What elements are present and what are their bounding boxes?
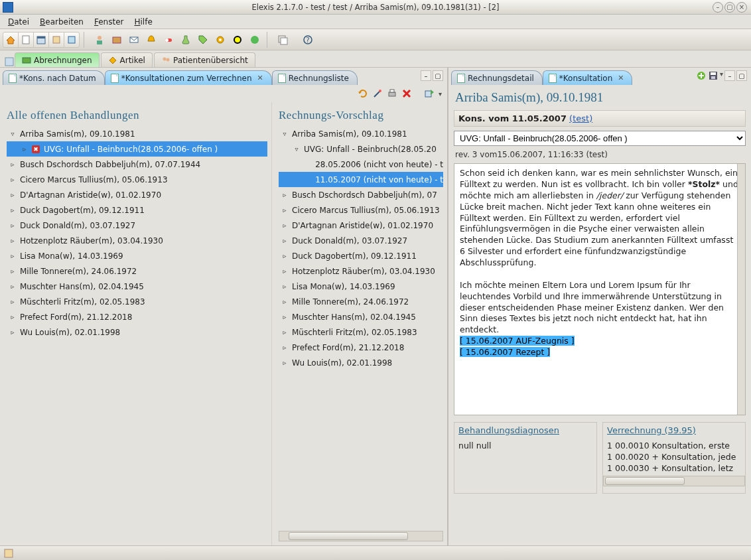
tab-close-icon[interactable]: ✕ — [618, 74, 624, 82]
tree-row[interactable]: ▹Prefect Ford(m), 21.12.2018 — [7, 309, 267, 324]
twisty-icon[interactable]: ▹ — [281, 313, 288, 320]
kons-text[interactable]: Schon seid ich denken kann, war es mein … — [454, 163, 746, 415]
tree-row[interactable]: ▹Mille Tonnere(m), 24.06.1972 — [7, 263, 267, 279]
close-icon[interactable]: × — [736, 2, 747, 13]
doc-icon[interactable] — [18, 32, 34, 48]
twisty-icon[interactable]: ▹ — [9, 298, 16, 305]
bell-icon[interactable] — [143, 32, 159, 48]
twisty-icon[interactable]: ▿ — [9, 130, 16, 137]
tree-row[interactable]: ▹Busch Dschordsch Dabbeljuh(m), 07 — [279, 187, 443, 202]
tree-row[interactable]: ▿Arriba Samis(m), 09.10.1981 — [279, 126, 443, 141]
scrollbar-vertical[interactable] — [737, 164, 745, 415]
green-icon[interactable] — [247, 32, 263, 48]
twisty-icon[interactable]: ▹ — [9, 222, 16, 229]
attachment-auf-zeugnis[interactable]: [ 15.06.2007 AUF-Zeugnis ] — [460, 336, 575, 346]
add-icon[interactable] — [696, 70, 707, 81]
menu-fenster[interactable]: Fenster — [90, 16, 128, 28]
maximize-view-icon[interactable]: ▢ — [433, 70, 443, 81]
tree-rechnungs-vorschlag[interactable]: ▿Arriba Samis(m), 09.10.1981▿UVG: Unfall… — [279, 126, 443, 528]
twisty-icon[interactable]: ▹ — [9, 206, 16, 214]
twisty-icon[interactable]: ▹ — [281, 191, 288, 198]
tree-row[interactable]: ▿Arriba Samis(m), 09.10.1981 — [7, 126, 267, 141]
twisty-icon[interactable]: ▹ — [281, 298, 288, 305]
tree-row[interactable]: ▹Müschterli Fritz(m), 02.05.1983 — [7, 294, 267, 309]
tree-row[interactable]: 28.05.2006 (nicht von heute) - t — [279, 157, 443, 172]
home-icon[interactable] — [3, 32, 19, 48]
tree-row[interactable]: ▹Duck Donald(m), 03.07.1927 — [279, 233, 443, 248]
person-icon[interactable] — [92, 32, 107, 48]
tag-icon[interactable] — [195, 32, 211, 48]
twisty-icon[interactable]: ▹ — [9, 313, 16, 320]
tree-row[interactable]: ▹Mille Tonnere(m), 24.06.1972 — [279, 294, 443, 309]
twisty-icon[interactable]: ▹ — [281, 344, 288, 351]
verrechnung-item[interactable]: 1 00.0020 + Konsultation, jede — [607, 452, 741, 462]
tab-rechnungsdetail[interactable]: Rechnungsdetail — [451, 70, 543, 85]
fall-select[interactable]: UVG: Unfall - Beinbruch(28.05.2006- offe… — [454, 131, 746, 146]
minimize-view-icon[interactable]: – — [724, 70, 735, 81]
tree-row[interactable]: ▹Wu Louis(m), 02.01.1998 — [7, 324, 267, 340]
mail-icon[interactable] — [126, 32, 142, 48]
tree-row[interactable]: ▹Duck Donald(m), 03.07.1927 — [7, 218, 267, 233]
twisty-icon[interactable]: ▹ — [9, 267, 16, 275]
diagnosen-header[interactable]: Behandlungsdiagnosen — [454, 423, 596, 438]
twisty-icon[interactable]: ▹ — [9, 176, 16, 183]
twisty-icon[interactable]: ▹ — [9, 191, 16, 198]
tree-row[interactable]: ▹Wu Louis(m), 02.01.1998 — [279, 355, 443, 370]
export-icon[interactable] — [424, 88, 435, 99]
help-icon[interactable]: ? — [300, 32, 316, 48]
minimize-icon[interactable]: – — [713, 2, 723, 13]
tree-row[interactable]: ▹Lisa Mona(w), 14.03.1969 — [7, 248, 267, 263]
status-icon[interactable] — [4, 549, 13, 558]
tree-row[interactable]: ▹✖UVG: Unfall - Beinbruch(28.05.2006- of… — [7, 141, 267, 157]
verrechnung-header[interactable]: Verrechnung (39.95) — [603, 423, 745, 438]
twisty-icon[interactable]: ▹ — [281, 222, 288, 229]
tab-kons-datum[interactable]: *Kons. nach Datum — [3, 70, 105, 85]
maximize-view-icon[interactable]: ▢ — [736, 70, 747, 81]
perspective-tab-patienten[interactable]: Patientenübersicht — [154, 52, 255, 67]
tree-row[interactable]: 11.05.2007 (nicht von heute) - t — [279, 172, 443, 187]
list-icon[interactable] — [64, 32, 80, 48]
attachment-rezept[interactable]: [ 15.06.2007 Rezept ] — [460, 347, 550, 357]
tree-row[interactable]: ▹Cicero Marcus Tullius(m), 05.06.1913 — [279, 202, 443, 218]
twisty-icon[interactable]: ▹ — [281, 283, 288, 290]
twisty-icon[interactable]: ▹ — [9, 252, 16, 259]
tree-row[interactable]: ▹Lisa Mona(w), 14.03.1969 — [279, 279, 443, 294]
tree-row[interactable]: ▹Duck Dagobert(m), 09.12.1911 — [279, 248, 443, 263]
calendar-icon[interactable] — [33, 32, 49, 48]
tab-close-icon[interactable]: ✕ — [257, 74, 263, 82]
verrechnung-item[interactable]: 1 00.0030 + Konsultation, letz — [607, 463, 741, 473]
flask-icon[interactable] — [178, 32, 194, 48]
twisty-icon[interactable]: ▹ — [9, 161, 16, 168]
dropdown-menu-icon[interactable]: ▾ — [720, 70, 723, 81]
pill-icon[interactable] — [161, 32, 176, 48]
tab-rechnungsliste[interactable]: Rechnungsliste — [272, 70, 358, 85]
menu-datei[interactable]: Datei — [4, 16, 33, 28]
twisty-icon[interactable]: ▿ — [281, 130, 288, 137]
save-icon[interactable] — [708, 70, 718, 81]
twisty-icon[interactable]: ▿ — [293, 145, 300, 153]
minimize-view-icon[interactable]: – — [421, 70, 431, 81]
twisty-icon[interactable]: ▹ — [281, 328, 288, 336]
tree-row[interactable]: ▹Müschterli Fritz(m), 02.05.1983 — [279, 324, 443, 340]
tree-row[interactable]: ▿UVG: Unfall - Beinbruch(28.05.20 — [279, 141, 443, 157]
kons-heading-link[interactable]: (test) — [569, 113, 592, 123]
twisty-icon[interactable]: ▹ — [9, 328, 16, 336]
scrollbar-horizontal[interactable] — [279, 531, 443, 541]
tree-row[interactable]: ▹Hotzenplotz Räuber(m), 03.04.1930 — [279, 263, 443, 279]
wand-icon[interactable] — [372, 88, 383, 99]
dot-icon[interactable] — [230, 32, 245, 48]
menu-hilfe[interactable]: Hilfe — [130, 16, 156, 28]
twisty-icon[interactable]: ▹ — [21, 145, 28, 153]
window-icon[interactable] — [275, 32, 291, 48]
twisty-icon[interactable]: ▹ — [281, 237, 288, 244]
twisty-icon[interactable]: ▹ — [281, 206, 288, 214]
perspective-tab-abrechnungen[interactable]: Abrechnungen — [15, 52, 100, 67]
perspective-tab-artikel[interactable]: Artikel — [101, 52, 153, 67]
tree-row[interactable]: ▹Muschter Hans(m), 02.04.1945 — [7, 279, 267, 294]
delete-icon[interactable] — [401, 88, 412, 99]
tree-row[interactable]: ▹Muschter Hans(m), 02.04.1945 — [279, 309, 443, 324]
perspective-open-icon[interactable] — [4, 56, 15, 67]
refresh-icon[interactable] — [358, 88, 368, 99]
tree-row[interactable]: ▹Prefect Ford(m), 21.12.2018 — [279, 340, 443, 355]
folder-icon[interactable] — [109, 32, 125, 48]
